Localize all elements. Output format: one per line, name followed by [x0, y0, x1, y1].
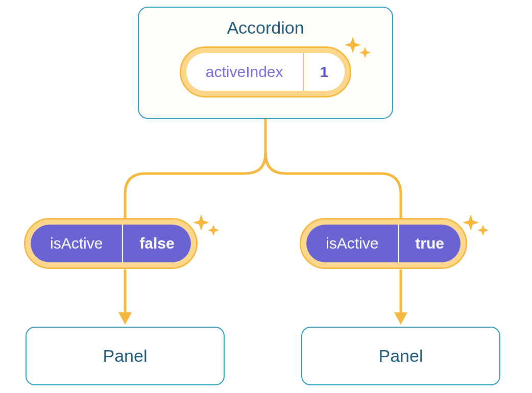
panel-box-right: Panel: [301, 327, 500, 385]
sparkle-icon: [462, 210, 492, 241]
panel-label: Panel: [103, 346, 148, 366]
child-prop-pill-left-wrap: isActive false: [26, 219, 196, 267]
prop-pill-isactive-false: isActive false: [26, 219, 196, 267]
state-pill-name: activeIndex: [186, 53, 303, 91]
accordion-component-box: Accordion activeIndex 1: [138, 7, 393, 119]
prop-pill-isactive-true: isActive true: [301, 219, 466, 267]
prop-pill-value: false: [122, 225, 190, 262]
child-prop-pill-right-wrap: isActive true: [301, 219, 466, 267]
prop-pill-value: true: [398, 225, 461, 262]
panel-label: Panel: [379, 346, 423, 366]
sparkle-icon: [344, 33, 374, 63]
state-pill-value: 1: [303, 53, 345, 91]
sparkle-icon: [192, 210, 223, 241]
panel-box-left: Panel: [26, 327, 225, 385]
prop-pill-name: isActive: [31, 225, 122, 262]
accordion-title: Accordion: [227, 18, 304, 38]
prop-pill-name: isActive: [306, 225, 398, 262]
state-lifting-diagram: Accordion activeIndex 1 isActive false: [0, 0, 532, 393]
state-pill-activeindex: activeIndex 1: [181, 48, 350, 96]
accordion-state-pill-wrap: activeIndex 1: [181, 48, 350, 96]
